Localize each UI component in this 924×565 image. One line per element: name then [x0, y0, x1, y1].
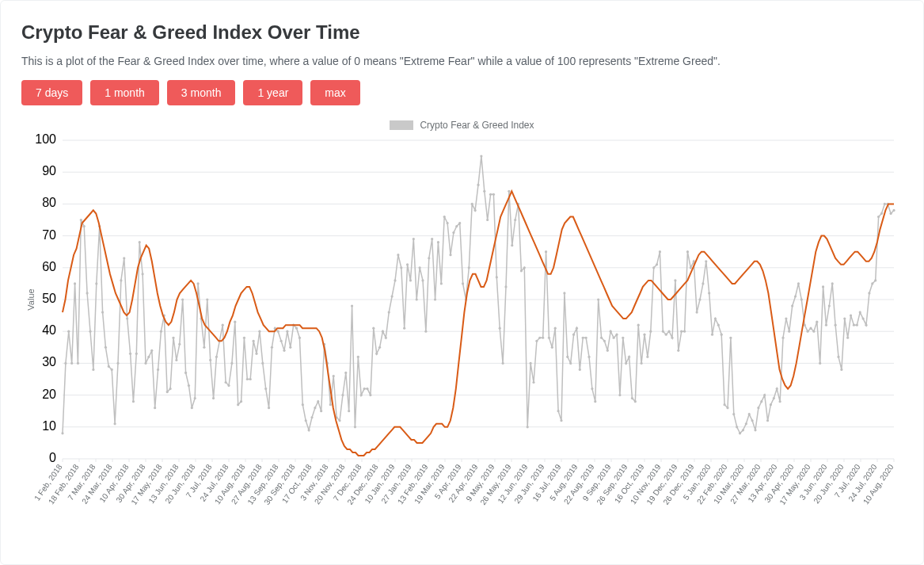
svg-point-142	[307, 429, 310, 431]
svg-point-266	[689, 266, 691, 269]
svg-point-268	[695, 311, 698, 313]
page-subtitle: This is a plot of the Fear & Greed Index…	[21, 55, 903, 67]
svg-point-231	[581, 337, 584, 339]
svg-point-228	[572, 334, 574, 336]
range-3-month-button[interactable]: 3 month	[167, 80, 236, 105]
legend-label: Crypto Fear & Greed Index	[420, 120, 534, 131]
svg-point-80	[116, 362, 119, 365]
y-tick: 0	[49, 451, 56, 464]
svg-point-280	[732, 413, 735, 415]
svg-point-157	[353, 426, 356, 428]
svg-point-274	[713, 318, 716, 320]
svg-point-187	[446, 222, 448, 224]
svg-point-319	[852, 324, 854, 326]
svg-point-86	[135, 353, 137, 355]
svg-point-175	[409, 279, 411, 281]
svg-point-143	[310, 416, 313, 418]
svg-point-78	[110, 368, 112, 371]
svg-point-130	[270, 346, 272, 349]
svg-point-165	[378, 346, 380, 349]
svg-point-318	[849, 315, 851, 317]
svg-point-104	[190, 407, 192, 409]
svg-point-213	[526, 426, 528, 428]
range-1-year-button[interactable]: 1 year	[243, 80, 302, 105]
svg-point-89	[144, 362, 146, 365]
svg-point-149	[329, 403, 331, 406]
svg-point-224	[560, 419, 562, 422]
svg-point-215	[532, 381, 534, 384]
svg-point-234	[591, 387, 593, 390]
svg-point-73	[95, 282, 97, 284]
range-1-month-button[interactable]: 1 month	[90, 80, 159, 105]
svg-point-106	[196, 282, 199, 284]
svg-point-141	[304, 419, 306, 422]
svg-point-256	[658, 250, 660, 253]
svg-point-230	[578, 368, 580, 371]
svg-point-283	[741, 429, 743, 431]
svg-point-102	[184, 372, 186, 374]
svg-point-186	[443, 216, 445, 218]
svg-point-258	[664, 334, 667, 336]
svg-point-297	[785, 318, 787, 320]
svg-point-304	[806, 330, 808, 333]
y-tick: 80	[42, 196, 56, 209]
svg-point-76	[104, 346, 106, 349]
svg-point-322	[861, 318, 864, 320]
chart-legend: Crypto Fear & Greed Index	[23, 120, 902, 134]
svg-point-133	[279, 340, 282, 342]
svg-point-63	[64, 362, 67, 365]
svg-point-70	[86, 292, 88, 294]
y-tick: 60	[42, 260, 56, 273]
svg-point-128	[264, 387, 267, 390]
svg-point-108	[203, 346, 205, 349]
svg-point-203	[495, 276, 497, 278]
svg-point-101	[181, 298, 184, 300]
svg-point-135	[286, 330, 288, 333]
svg-point-315	[840, 368, 842, 371]
svg-point-139	[298, 337, 300, 339]
svg-point-328	[880, 212, 882, 215]
svg-point-185	[439, 282, 442, 284]
svg-point-119	[237, 403, 239, 406]
svg-point-181	[428, 257, 430, 259]
series-smooth-line	[63, 191, 894, 456]
svg-point-127	[261, 362, 264, 365]
svg-point-285	[747, 413, 750, 415]
svg-point-112	[215, 356, 217, 358]
svg-point-93	[156, 368, 158, 371]
svg-point-326	[874, 279, 876, 281]
svg-point-202	[492, 193, 494, 196]
svg-point-103	[187, 384, 189, 387]
svg-point-207	[508, 190, 510, 193]
svg-point-114	[221, 324, 223, 326]
svg-point-164	[375, 353, 378, 355]
y-tick: 50	[42, 292, 56, 305]
svg-point-329	[883, 203, 885, 205]
svg-point-276	[720, 334, 722, 336]
svg-point-206	[504, 285, 507, 288]
svg-point-261	[674, 279, 676, 281]
svg-point-309	[821, 285, 823, 288]
range-7-days-button[interactable]: 7 days	[21, 80, 82, 105]
svg-point-257	[661, 330, 664, 333]
svg-point-110	[209, 359, 211, 361]
svg-point-99	[175, 359, 177, 361]
y-tick: 90	[42, 164, 56, 178]
series-raw-markers	[61, 155, 895, 435]
svg-point-154	[344, 372, 347, 374]
svg-point-282	[738, 432, 740, 434]
svg-point-188	[449, 254, 451, 256]
svg-point-314	[837, 356, 839, 358]
svg-point-121	[242, 337, 245, 339]
y-tick: 30	[42, 355, 56, 368]
svg-point-124	[252, 340, 254, 342]
svg-point-273	[710, 334, 713, 336]
svg-point-296	[781, 337, 784, 339]
svg-point-66	[73, 282, 75, 284]
range-max-button[interactable]: max	[310, 80, 359, 105]
svg-point-244	[622, 337, 624, 339]
svg-point-67	[76, 362, 78, 365]
svg-point-312	[831, 282, 833, 284]
svg-point-320	[855, 324, 857, 326]
svg-point-184	[436, 241, 439, 243]
